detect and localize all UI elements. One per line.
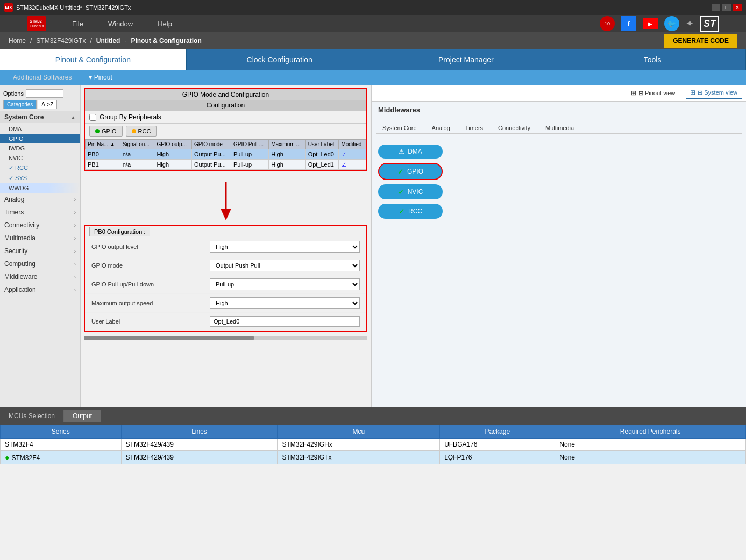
sidebar-categories-button[interactable]: Categories [3, 100, 37, 109]
breadcrumb: Home / STM32F429IGTx / Untitled - Pinout… [0, 32, 746, 49]
sidebar-item-wwdg[interactable]: WWDG [0, 183, 80, 193]
close-button[interactable]: ✕ [733, 4, 742, 11]
gpio-tab-rcc[interactable]: RCC [126, 126, 157, 137]
col-user-label[interactable]: User Label [305, 140, 339, 149]
cell-gpio-out-pb1: High [154, 160, 192, 170]
main-content: Options Categories A->Z System Core ▲ DM… [0, 85, 746, 407]
tab-pinout-config[interactable]: Pinout & Configuration [0, 49, 187, 70]
gpio-pull-select[interactable]: Pull-up No pull-up and no pull-down Pull… [210, 278, 360, 290]
sc-btn-nvic[interactable]: ✓ NVIC [378, 184, 443, 199]
maximize-button[interactable]: □ [722, 4, 731, 11]
file-menu[interactable]: File [68, 18, 88, 30]
generate-code-button[interactable]: GENERATE CODE [664, 34, 737, 48]
sc-btn-rcc[interactable]: ✓ RCC [378, 204, 443, 219]
mcu-table-area: Series Lines Mcu Package Required Periph… [0, 425, 746, 464]
sidebar-search-input[interactable] [26, 89, 63, 98]
breadcrumb-home[interactable]: Home [9, 37, 26, 45]
gpio-mode-select[interactable]: Output Push Pull Output Open Drain [210, 260, 360, 271]
sc-tab-system-core[interactable]: System Core [376, 123, 423, 133]
table-row[interactable]: PB1 n/a High Output Pu... Pull-up High O… [86, 160, 366, 170]
mcu-series-1: STM32F4 [1, 439, 122, 451]
col-gpio-mode[interactable]: GPIO mode [192, 140, 231, 149]
bottom-tab-output[interactable]: Output [64, 410, 101, 422]
max-output-speed-select[interactable]: High Low Medium Very High [210, 297, 360, 309]
window-menu[interactable]: Window [104, 18, 137, 30]
sub-tab-additional-softwares[interactable]: Additional Softwares [9, 73, 76, 82]
sidebar-item-dma[interactable]: DMA [0, 124, 80, 134]
sidebar-system-core-section: System Core ▲ DMA GPIO IWDG NVIC ✓ RCC ✓… [0, 111, 80, 193]
sidebar-connectivity[interactable]: Connectivity › [0, 219, 80, 232]
mcu-col-series: Series [1, 425, 122, 439]
arrow-section [81, 171, 371, 225]
minimize-button[interactable]: ─ [712, 4, 720, 11]
tab-project-manager[interactable]: Project Manager [373, 49, 560, 70]
app-icon: MX [4, 3, 13, 12]
sidebar-analog[interactable]: Analog › [0, 193, 80, 206]
gpio-tab-gpio[interactable]: GPIO [89, 126, 123, 137]
gpio-area-title: GPIO Mode and Configuration [85, 89, 366, 100]
gpio-output-level-select[interactable]: High Low [210, 241, 360, 253]
mcu-mcu-2: STM32F429IGTx [278, 451, 440, 464]
tab-tools[interactable]: Tools [559, 49, 746, 70]
sidebar-item-iwdg[interactable]: IWDG [0, 143, 80, 153]
sc-btn-gpio[interactable]: ✓ GPIO [378, 163, 443, 180]
col-max-speed[interactable]: Maximum ... [269, 140, 305, 149]
mcu-series-2: ●STM32F4 [1, 451, 122, 464]
sidebar-item-gpio[interactable]: GPIO [0, 134, 80, 143]
sidebar-options-row: Options [0, 87, 80, 100]
col-gpio-output[interactable]: GPIO outp... [154, 140, 192, 149]
youtube-icon[interactable]: ▶ [643, 18, 658, 29]
col-signal[interactable]: Signal on... [120, 140, 154, 149]
security-chevron: › [74, 248, 76, 254]
application-chevron: › [74, 287, 76, 293]
sidebar-item-sys[interactable]: ✓ SYS [0, 173, 80, 183]
window-controls[interactable]: ─ □ ✕ [712, 4, 742, 11]
breadcrumb-device[interactable]: STM32F429IGTx [36, 37, 86, 45]
sidebar-az-button[interactable]: A->Z [38, 100, 57, 109]
sidebar-item-nvic[interactable]: NVIC [0, 153, 80, 163]
table-row[interactable]: ●STM32F4 STM32F429/439 STM32F429IGTx LQF… [1, 451, 746, 464]
horizontal-scrollbar[interactable] [84, 336, 367, 340]
table-row[interactable]: PB0 n/a High Output Pu... Pull-up High O… [86, 149, 366, 160]
sc-tab-multimedia[interactable]: Multimedia [539, 123, 580, 133]
sidebar-item-rcc[interactable]: ✓ RCC [0, 163, 80, 173]
table-row[interactable]: STM32F4 STM32F429/439 STM32F429IGHx UFBG… [1, 439, 746, 451]
sidebar-multimedia[interactable]: Multimedia › [0, 232, 80, 245]
pinout-view-button[interactable]: ⊞ ⊞ Pinout view [627, 88, 679, 98]
tab-clock-config[interactable]: Clock Configuration [187, 49, 373, 70]
facebook-icon[interactable]: f [621, 16, 636, 31]
sidebar-middleware[interactable]: Middleware › [0, 270, 80, 283]
sc-tab-analog[interactable]: Analog [425, 123, 457, 133]
twitter-icon[interactable]: 🐦 [664, 16, 679, 31]
sc-btn-dma[interactable]: ⚠ DMA [378, 145, 443, 159]
gpio-table: Pin Na... ▲ Signal on... GPIO outp... GP… [85, 139, 366, 170]
sidebar-system-core-header[interactable]: System Core ▲ [0, 111, 80, 123]
sidebar-computing[interactable]: Computing › [0, 257, 80, 270]
col-modified[interactable]: Modified [339, 140, 366, 149]
gpio-tab-buttons: GPIO RCC [85, 124, 366, 139]
group-by-checkbox[interactable] [89, 114, 96, 121]
pb0-config-header: PB0 Configuration : [85, 226, 366, 238]
mcu-col-lines: Lines [121, 425, 278, 439]
sidebar-application[interactable]: Application › [0, 283, 80, 296]
cell-pin-pb0: PB0 [86, 149, 120, 160]
sc-tab-timers[interactable]: Timers [459, 123, 489, 133]
help-menu[interactable]: Help [153, 18, 176, 30]
sc-tab-connectivity[interactable]: Connectivity [492, 123, 537, 133]
network-icon[interactable]: ✦ [686, 18, 694, 30]
col-gpio-pull[interactable]: GPIO Pull-... [231, 140, 269, 149]
title-bar: MX STM32CubeMX Untitled*: STM32F429IGTx … [0, 0, 746, 15]
cell-label-pb0: Opt_Led0 [305, 149, 339, 160]
col-pin-name[interactable]: Pin Na... ▲ [86, 140, 120, 149]
down-arrow-icon [215, 182, 237, 225]
sub-tab-pinout[interactable]: ▾ Pinout [84, 73, 116, 82]
mcu-lines-1: STM32F429/439 [121, 439, 278, 451]
mcu-package-1: UFBGA176 [440, 439, 555, 451]
sidebar-timers[interactable]: Timers › [0, 206, 80, 219]
system-view-button[interactable]: ⊞ ⊞ System view [686, 87, 742, 99]
warn-icon: ⚠ [399, 148, 404, 155]
user-label-input[interactable] [210, 316, 360, 327]
sidebar-security[interactable]: Security › [0, 245, 80, 257]
bottom-tab-mcus[interactable]: MCUs Selection [0, 410, 64, 422]
menu-bar: STM32CubeMX File Window Help 10 f ▶ 🐦 ✦ … [0, 15, 746, 32]
